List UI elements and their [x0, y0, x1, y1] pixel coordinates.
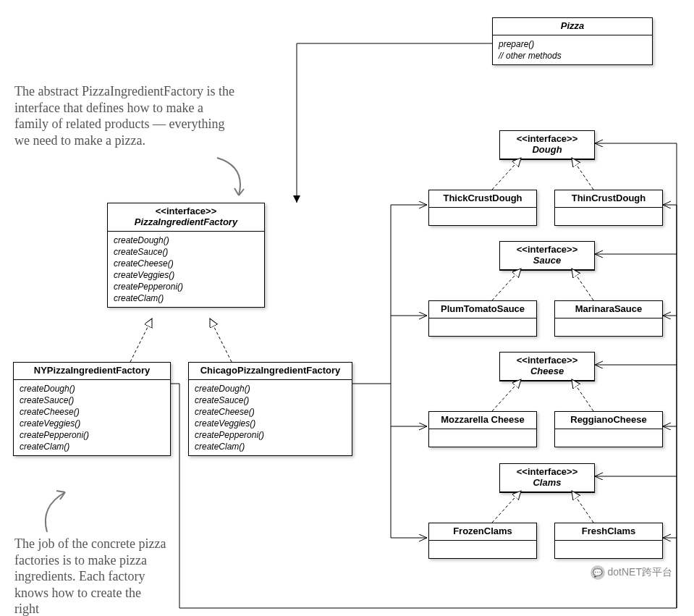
- method: createSauce(): [114, 246, 258, 258]
- method: createPepperoni(): [20, 429, 164, 441]
- class-thick: ThickCrustDough: [428, 190, 537, 226]
- method: createVeggies(): [20, 418, 164, 429]
- class-pizza-methods: prepare() // other methods: [493, 35, 652, 64]
- method: createVeggies(): [114, 269, 258, 281]
- class-cheese: <<interface>> Cheese: [499, 352, 595, 381]
- class-clams-name: Clams: [533, 477, 561, 488]
- class-fresh: FreshClams: [554, 523, 663, 559]
- class-chi-methods: createDough() createSauce() createCheese…: [189, 380, 352, 455]
- method: createVeggies(): [195, 418, 346, 429]
- class-chi-name: ChicagoPizzaIngredientFactory: [200, 365, 341, 376]
- method: createCheese(): [20, 406, 164, 418]
- class-mari: MarinaraSauce: [554, 300, 663, 337]
- method: prepare(): [499, 38, 646, 50]
- note-abstract-factory: The abstract PizzaIngredientFactory is t…: [14, 83, 235, 148]
- wechat-icon: 💬: [591, 565, 605, 580]
- watermark: 💬 dotNET跨平台: [591, 565, 672, 580]
- method: createClam(): [195, 441, 346, 452]
- class-dough-name: Dough: [532, 144, 562, 155]
- method: createDough(): [114, 235, 258, 246]
- class-regg: ReggianoCheese: [554, 411, 663, 447]
- method: createClam(): [114, 292, 258, 304]
- method: // other methods: [499, 50, 646, 62]
- class-ny-methods: createDough() createSauce() createCheese…: [14, 380, 170, 455]
- class-froz-name: FrozenClams: [453, 526, 512, 536]
- class-plum-name: PlumTomatoSauce: [441, 303, 525, 314]
- class-pif: <<interface>> PizzaIngredientFactory cre…: [107, 203, 265, 308]
- class-regg-name: ReggianoCheese: [570, 414, 646, 425]
- diagram-canvas: The abstract PizzaIngredientFactory is t…: [0, 0, 694, 616]
- class-ny: NYPizzaIngredientFactory createDough() c…: [13, 362, 171, 456]
- class-thin-name: ThinCrustDough: [572, 193, 646, 203]
- stereo: <<interface>>: [517, 133, 578, 144]
- class-mozz: Mozzarella Cheese: [428, 411, 537, 447]
- class-ny-name: NYPizzaIngredientFactory: [34, 365, 150, 376]
- stereo: <<interface>>: [517, 355, 578, 366]
- class-plum: PlumTomatoSauce: [428, 300, 537, 337]
- class-pif-methods: createDough() createSauce() createCheese…: [108, 232, 264, 307]
- method: createDough(): [195, 383, 346, 395]
- class-thick-name: ThickCrustDough: [443, 193, 522, 203]
- method: createDough(): [20, 383, 164, 395]
- class-clams: <<interface>> Clams: [499, 463, 595, 493]
- class-sauce-name: Sauce: [533, 255, 561, 266]
- method: createSauce(): [20, 395, 164, 406]
- note-concrete-factories: The job of the concrete pizza factories …: [14, 536, 166, 616]
- stereo: <<interface>>: [156, 206, 217, 216]
- class-pizza: Pizza prepare() // other methods: [492, 17, 653, 65]
- method: createClam(): [20, 441, 164, 452]
- class-sauce: <<interface>> Sauce: [499, 241, 595, 271]
- method: createPepperoni(): [114, 281, 258, 292]
- class-thin: ThinCrustDough: [554, 190, 663, 226]
- class-dough: <<interface>> Dough: [499, 130, 595, 160]
- method: createCheese(): [114, 258, 258, 269]
- stereo: <<interface>>: [517, 466, 578, 477]
- class-pizza-name: Pizza: [561, 20, 585, 31]
- class-chi: ChicagoPizzaIngredientFactory createDoug…: [188, 362, 352, 456]
- class-mari-name: MarinaraSauce: [575, 303, 643, 314]
- class-pif-name: PizzaIngredientFactory: [135, 216, 237, 227]
- stereo: <<interface>>: [517, 244, 578, 255]
- class-mozz-name: Mozzarella Cheese: [441, 414, 525, 425]
- method: createCheese(): [195, 406, 346, 418]
- class-cheese-name: Cheese: [530, 366, 564, 376]
- method: createSauce(): [195, 395, 346, 406]
- method: createPepperoni(): [195, 429, 346, 441]
- class-froz: FrozenClams: [428, 523, 537, 559]
- watermark-text: dotNET跨平台: [608, 566, 672, 579]
- class-fresh-name: FreshClams: [582, 526, 635, 536]
